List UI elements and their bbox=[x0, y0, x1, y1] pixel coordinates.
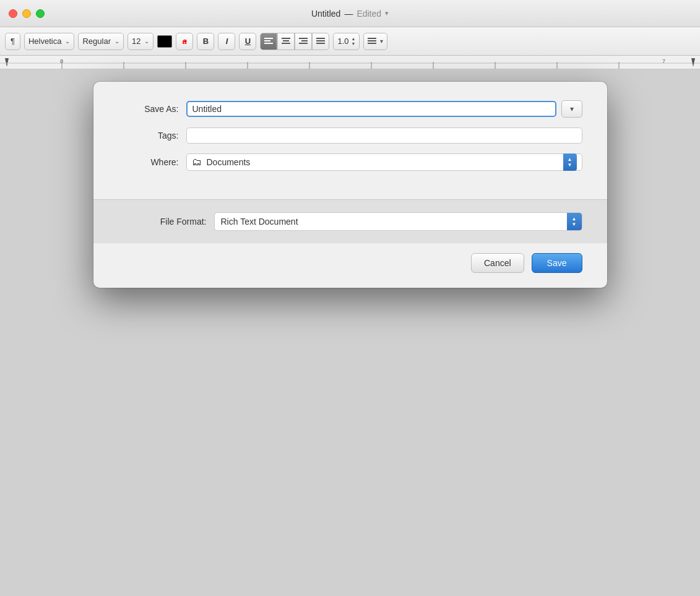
title-separator: — bbox=[344, 9, 353, 19]
format-stepper[interactable]: ▲ ▼ bbox=[567, 212, 582, 231]
italic-button[interactable]: I bbox=[218, 33, 235, 50]
svg-text:0: 0 bbox=[60, 58, 63, 64]
paragraph-button[interactable]: ¶ bbox=[5, 33, 20, 50]
format-stepper-down-icon: ▼ bbox=[572, 222, 577, 227]
font-style-select[interactable]: Regular ⌄ bbox=[78, 33, 124, 50]
bold-icon: B bbox=[203, 37, 209, 46]
save-dialog: Save As: ▾ Tags: bbox=[93, 82, 607, 288]
paragraph-icon: ¶ bbox=[11, 37, 15, 46]
content-area: Save As: ▾ Tags: bbox=[0, 69, 700, 596]
list-icon bbox=[368, 37, 378, 46]
font-style-label: Regular bbox=[82, 37, 111, 46]
spacing-up-icon[interactable]: ▲ bbox=[352, 37, 356, 41]
dialog-form: Save As: ▾ Tags: bbox=[93, 82, 607, 193]
stepper-up-icon: ▲ bbox=[568, 157, 573, 162]
save-as-row: Save As: ▾ bbox=[118, 100, 582, 118]
file-format-section: File Format: Rich Text Document ▲ ▼ bbox=[93, 199, 607, 243]
edited-status: Edited bbox=[356, 9, 381, 19]
titlebar: Untitled — Edited ▾ bbox=[0, 0, 700, 27]
svg-rect-2 bbox=[264, 43, 273, 44]
italic-icon: I bbox=[226, 37, 228, 46]
svg-rect-11 bbox=[316, 43, 325, 44]
align-justify-icon bbox=[316, 38, 325, 45]
svg-rect-7 bbox=[301, 40, 308, 41]
font-family-select[interactable]: Helvetica ⌄ bbox=[24, 33, 74, 50]
font-size-label: 12 bbox=[132, 37, 140, 46]
svg-rect-14 bbox=[368, 43, 376, 44]
font-size-select[interactable]: 12 ⌄ bbox=[127, 33, 153, 50]
cancel-button[interactable]: Cancel bbox=[471, 253, 524, 273]
file-format-row: File Format: Rich Text Document ▲ ▼ bbox=[118, 212, 582, 231]
minimize-button[interactable] bbox=[22, 9, 31, 18]
svg-rect-0 bbox=[264, 38, 273, 39]
underline-icon: U bbox=[245, 37, 251, 46]
save-as-input[interactable] bbox=[186, 101, 556, 117]
spacing-down-icon[interactable]: ▼ bbox=[352, 41, 356, 46]
maximize-button[interactable] bbox=[36, 9, 45, 18]
modal-backdrop: Save As: ▾ Tags: bbox=[0, 69, 700, 596]
where-value: Documents bbox=[207, 157, 251, 167]
expand-icon: ▾ bbox=[570, 105, 574, 113]
file-format-select[interactable]: Rich Text Document ▲ ▼ bbox=[214, 212, 582, 231]
align-right-button[interactable] bbox=[295, 33, 312, 50]
font-size-chevron-icon: ⌄ bbox=[144, 38, 149, 45]
svg-marker-15 bbox=[5, 58, 9, 67]
text-color-swatch[interactable] bbox=[157, 35, 172, 48]
line-spacing-control[interactable]: 1.0 ▲ ▼ bbox=[333, 33, 360, 50]
format-stepper-up-icon: ▲ bbox=[572, 217, 577, 222]
align-center-icon bbox=[282, 38, 290, 45]
svg-text:7: 7 bbox=[662, 58, 665, 64]
strikethrough-icon: a bbox=[183, 37, 187, 46]
align-center-button[interactable] bbox=[277, 33, 295, 50]
svg-rect-9 bbox=[316, 38, 325, 39]
svg-rect-3 bbox=[282, 38, 290, 39]
line-spacing-value: 1.0 bbox=[337, 37, 348, 46]
where-select-inner: 🗂 Documents bbox=[192, 157, 251, 168]
tags-label: Tags: bbox=[118, 131, 186, 140]
align-left-icon bbox=[264, 38, 273, 45]
save-button[interactable]: Save bbox=[532, 253, 582, 273]
save-as-label: Save As: bbox=[118, 104, 186, 114]
folder-icon: 🗂 bbox=[192, 157, 202, 168]
font-family-label: Helvetica bbox=[28, 37, 61, 46]
close-button[interactable] bbox=[9, 9, 17, 18]
file-format-value: Rich Text Document bbox=[221, 217, 298, 227]
ruler-marks: 0 7 bbox=[0, 56, 700, 69]
alignment-group bbox=[260, 33, 329, 50]
where-stepper[interactable]: ▲ ▼ bbox=[563, 153, 577, 171]
list-button[interactable]: ▾ bbox=[363, 33, 387, 50]
window-title: Untitled — Edited ▾ bbox=[311, 9, 389, 19]
svg-rect-6 bbox=[299, 38, 308, 39]
file-format-label: File Format: bbox=[118, 217, 214, 227]
underline-button[interactable]: U bbox=[239, 33, 256, 50]
align-justify-button[interactable] bbox=[312, 33, 329, 50]
ruler: 0 7 bbox=[0, 56, 700, 69]
expand-button[interactable]: ▾ bbox=[561, 100, 582, 118]
bold-button[interactable]: B bbox=[197, 33, 214, 50]
align-left-button[interactable] bbox=[260, 33, 277, 50]
where-row: Where: 🗂 Documents ▲ ▼ bbox=[118, 153, 582, 171]
strikethrough-button[interactable]: a bbox=[176, 33, 193, 50]
list-chevron-icon: ▾ bbox=[380, 38, 383, 45]
where-label: Where: bbox=[118, 157, 186, 167]
where-select[interactable]: 🗂 Documents ▲ ▼ bbox=[186, 153, 582, 171]
where-input-wrap: 🗂 Documents ▲ ▼ bbox=[186, 153, 582, 171]
dialog-footer: Cancel Save bbox=[93, 243, 607, 288]
stepper-down-icon: ▼ bbox=[568, 163, 573, 168]
save-as-input-wrap: ▾ bbox=[186, 100, 582, 118]
svg-rect-1 bbox=[264, 40, 270, 41]
align-right-icon bbox=[299, 38, 308, 45]
svg-rect-13 bbox=[368, 40, 376, 41]
tags-input-wrap bbox=[186, 127, 582, 144]
toolbar: ¶ Helvetica ⌄ Regular ⌄ 12 ⌄ a B I U bbox=[0, 27, 700, 56]
tags-input[interactable] bbox=[186, 127, 582, 144]
window-controls bbox=[9, 9, 45, 18]
document-title: Untitled bbox=[311, 9, 340, 19]
title-chevron-icon[interactable]: ▾ bbox=[385, 9, 389, 17]
font-family-chevron-icon: ⌄ bbox=[65, 38, 70, 45]
tags-row: Tags: bbox=[118, 127, 582, 144]
svg-rect-8 bbox=[299, 43, 308, 44]
svg-rect-10 bbox=[316, 40, 325, 41]
svg-rect-4 bbox=[283, 40, 289, 41]
svg-rect-5 bbox=[282, 43, 290, 44]
